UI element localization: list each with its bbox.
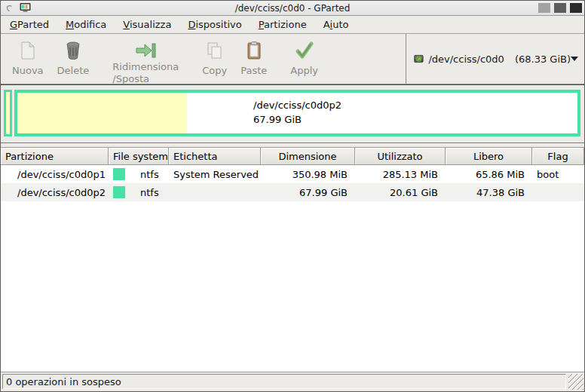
partition-block-size: 67.99 GiB	[253, 113, 342, 127]
paste-clipboard-icon	[246, 40, 262, 60]
table-empty-area	[1, 201, 584, 372]
gparted-window: /dev/cciss/c0d0 - GParted GParted Modifi…	[0, 0, 585, 392]
maximize-button[interactable]	[554, 3, 566, 13]
device-path: /dev/cciss/c0d0	[428, 54, 504, 65]
paste-button[interactable]: Paste	[234, 38, 274, 78]
menu-dispositivo[interactable]: Dispositivo	[182, 17, 247, 32]
partition-block-c0d0p2[interactable]: /dev/cciss/c0d0p2 67.99 GiB	[14, 90, 580, 136]
table-header: Partizione File system Etichetta Dimensi…	[1, 148, 584, 165]
new-document-icon	[19, 40, 37, 60]
gparted-app-icon	[19, 2, 32, 14]
menu-aiuto[interactable]: Aiuto	[317, 17, 355, 32]
statusbar: 0 operazioni in sospeso	[1, 372, 584, 391]
resize-move-icon	[134, 40, 157, 60]
device-selector[interactable]: /dev/cciss/c0d0 (68.33 GiB)	[406, 34, 584, 84]
harddisk-icon	[414, 51, 424, 66]
apply-check-icon	[295, 40, 314, 60]
titlebar: /dev/cciss/c0d0 - GParted	[1, 1, 584, 16]
col-header-filesystem[interactable]: File system	[109, 148, 169, 165]
copy-button[interactable]: Copy	[195, 38, 234, 78]
menu-partizione[interactable]: Partizione	[253, 17, 313, 32]
menu-gparted[interactable]: GParted	[4, 17, 55, 32]
col-header-partizione[interactable]: Partizione	[1, 148, 109, 165]
partition-block-label: /dev/cciss/c0d0p2 67.99 GiB	[17, 93, 577, 133]
ntfs-color-swatch	[113, 168, 125, 180]
col-header-flag[interactable]: Flag	[532, 148, 584, 165]
table-row-c0d0p1[interactable]: /dev/cciss/c0d0p1 ntfs System Reserved 3…	[1, 165, 584, 183]
partition-table: Partizione File system Etichetta Dimensi…	[1, 147, 584, 372]
table-row-c0d0p2[interactable]: /dev/cciss/c0d0p2 ntfs 67.99 GiB 20.61 G…	[1, 183, 584, 201]
main-content: Partizione File system Etichetta Dimensi…	[1, 143, 584, 372]
col-header-utilizzato[interactable]: Utilizzato	[355, 148, 446, 165]
close-button[interactable]	[570, 3, 582, 13]
resize-grip[interactable]	[568, 374, 583, 390]
new-partition-button[interactable]: Nuova	[5, 38, 51, 78]
copy-icon	[206, 40, 224, 60]
col-header-libero[interactable]: Libero	[446, 148, 532, 165]
ntfs-color-swatch	[113, 186, 125, 198]
device-size: (68.33 GiB)	[515, 54, 571, 65]
chevron-down-icon	[571, 57, 578, 61]
menu-visualizza[interactable]: Visualizza	[117, 17, 177, 32]
apply-button[interactable]: Apply	[283, 38, 325, 78]
partition-block-name: /dev/cciss/c0d0p2	[253, 99, 342, 113]
partition-block-c0d0p1[interactable]	[4, 90, 12, 136]
resize-move-button[interactable]: Ridimensiona /Sposta	[106, 38, 185, 87]
col-header-etichetta[interactable]: Etichetta	[169, 148, 261, 165]
menu-modifica[interactable]: Modifica	[60, 17, 112, 32]
minimize-button[interactable]	[538, 3, 550, 13]
menubar: GParted Modifica Visualizza Dispositivo …	[1, 16, 584, 34]
window-title: /dev/cciss/c0d0 - GParted	[1, 3, 584, 14]
window-menu-swirl-icon[interactable]	[4, 2, 15, 14]
pending-operations-status: 0 operazioni in sospeso	[2, 374, 566, 389]
toolbar: Nuova Delete	[1, 34, 584, 84]
delete-partition-button[interactable]: Delete	[51, 38, 96, 78]
col-header-dimensione[interactable]: Dimensione	[261, 148, 355, 165]
trash-icon	[65, 40, 81, 60]
disk-visual: /dev/cciss/c0d0p2 67.99 GiB	[1, 84, 584, 143]
